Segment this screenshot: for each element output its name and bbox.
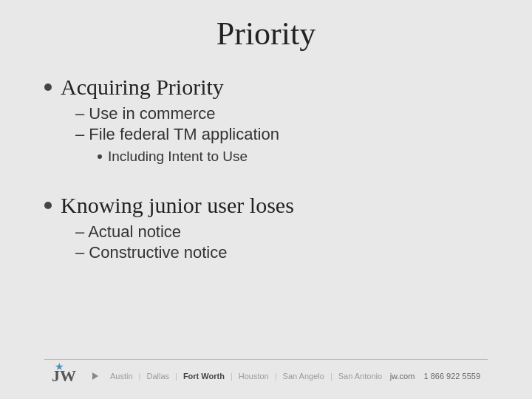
section-knowing: Knowing junior user loses – Actual notic… bbox=[44, 193, 488, 262]
footer-city-sanangelo: San Angelo bbox=[283, 372, 324, 381]
sub-bullet-2-2: – Constructive notice bbox=[75, 243, 488, 262]
sub-bullets-1: – Use in commerce – File federal TM appl… bbox=[75, 104, 488, 165]
footer-city-fortworth: Fort Worth bbox=[183, 372, 225, 381]
sub-sub-bullet-1-1-text: Including Intent to Use bbox=[108, 149, 248, 165]
sub-sub-bullets-1: Including Intent to Use bbox=[98, 149, 488, 165]
sub-bullet-1-2: – File federal TM application bbox=[75, 125, 488, 144]
sub-bullet-1-1: – Use in commerce bbox=[75, 104, 488, 123]
main-bullet-2-text: Knowing junior user loses bbox=[61, 193, 294, 218]
logo-jw: JW bbox=[52, 366, 76, 385]
slide: Priority Acquiring Priority – Use in com… bbox=[0, 0, 532, 399]
sub-sub-bullet-1-1: Including Intent to Use bbox=[98, 149, 488, 165]
main-bullet-2: Knowing junior user loses bbox=[44, 193, 488, 218]
bullet-dot-1 bbox=[44, 83, 52, 91]
sub-bullet-2-1: – Actual notice bbox=[75, 222, 488, 242]
footer: ★ JW Austin | Dallas | Fort Worth | Hous… bbox=[44, 359, 488, 392]
footer-phone: 1 866 922 5559 bbox=[424, 372, 480, 381]
footer-city-dallas: Dallas bbox=[146, 372, 169, 381]
logo-wrapper: ★ JW bbox=[52, 366, 76, 386]
footer-city-sanantonio: San Antonio bbox=[338, 372, 382, 381]
content-area: Acquiring Priority – Use in commerce – F… bbox=[44, 75, 488, 359]
main-bullet-1: Acquiring Priority bbox=[44, 75, 488, 100]
slide-title: Priority bbox=[44, 15, 488, 52]
footer-triangle-icon bbox=[92, 372, 98, 380]
bullet-dot-2 bbox=[44, 202, 52, 209]
footer-city-austin: Austin bbox=[110, 372, 133, 381]
main-bullet-1-text: Acquiring Priority bbox=[61, 75, 224, 100]
footer-right: jw.com 1 866 922 5559 bbox=[390, 372, 480, 381]
footer-cities: Austin | Dallas | Fort Worth | Houston |… bbox=[110, 372, 382, 381]
footer-website: jw.com bbox=[390, 372, 415, 381]
footer-city-houston: Houston bbox=[239, 372, 269, 381]
small-dot-1 bbox=[98, 154, 102, 159]
sub-bullets-2: – Actual notice – Constructive notice bbox=[75, 222, 488, 262]
section-acquiring: Acquiring Priority – Use in commerce – F… bbox=[44, 75, 488, 165]
